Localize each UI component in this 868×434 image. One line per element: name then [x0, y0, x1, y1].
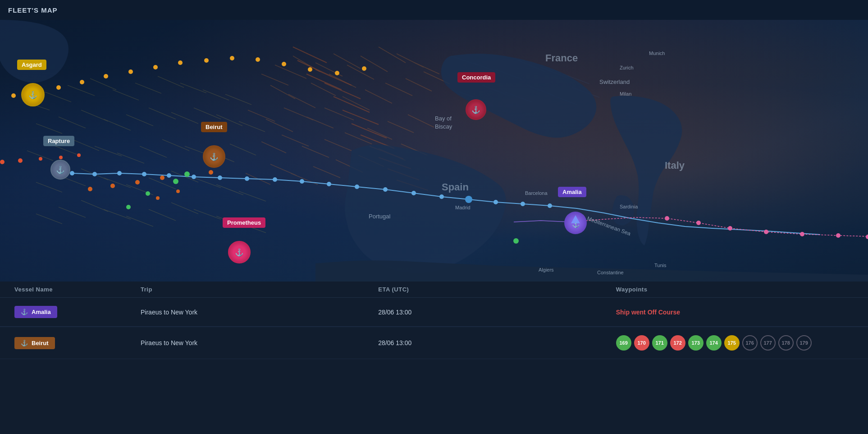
svg-point-131 [18, 158, 23, 163]
svg-point-159 [493, 200, 498, 204]
ship-marker-concordia[interactable]: ⚓ [466, 99, 486, 120]
svg-point-144 [92, 172, 97, 176]
svg-point-142 [156, 196, 160, 200]
ship-icon-prometheus: ⚓ [235, 248, 244, 257]
svg-point-124 [230, 56, 234, 60]
svg-point-157 [439, 194, 444, 199]
svg-point-140 [209, 170, 213, 175]
svg-point-153 [327, 182, 331, 186]
svg-point-147 [167, 173, 171, 178]
col-eta: ETA (UTC) [378, 286, 616, 293]
waypoint-dot[interactable]: 176 [742, 335, 758, 351]
col-waypoints: Waypoints [616, 286, 854, 293]
waypoint-dot[interactable]: 171 [652, 335, 667, 351]
svg-point-115 [11, 93, 16, 98]
waypoint-dot[interactable]: 177 [760, 335, 776, 351]
svg-point-128 [335, 71, 339, 75]
ship-icon-concordia: ⚓ [471, 106, 480, 114]
svg-point-167 [836, 233, 841, 238]
svg-point-172 [513, 238, 519, 244]
ship-label-rapture[interactable]: Rapture [43, 136, 74, 146]
svg-point-160 [521, 202, 525, 206]
vessel-cell-amalia: ⚓ Amalia [14, 306, 141, 318]
waypoint-dot[interactable]: 172 [670, 335, 685, 351]
svg-point-158 [465, 196, 472, 203]
ship-marker-prometheus[interactable]: ⚓ [228, 241, 251, 263]
svg-point-171 [126, 205, 131, 209]
waypoint-dot[interactable]: 169 [616, 335, 631, 351]
ship-icon-rapture: ⚓ [56, 166, 65, 174]
svg-point-119 [104, 74, 108, 78]
svg-point-151 [273, 177, 277, 182]
svg-point-141 [176, 189, 180, 193]
svg-point-164 [728, 226, 732, 231]
fleet-map[interactable]: France Switzerland Italy Spain Portugal … [0, 20, 868, 282]
table-row-amalia[interactable]: ⚓ Amalia Piraeus to New York 28/06 13:00… [0, 298, 868, 327]
svg-point-149 [218, 175, 222, 180]
ship-marker-amalia[interactable]: ⚓ [564, 212, 587, 234]
svg-point-165 [764, 230, 768, 234]
svg-point-137 [135, 180, 140, 185]
svg-point-121 [153, 65, 158, 69]
svg-point-169 [173, 179, 178, 184]
svg-point-136 [110, 184, 115, 188]
eta-cell-beirut: 28/06 13:00 [378, 339, 616, 346]
waypoints-cell-beirut: 169170171172173174175176177178179 [616, 335, 854, 351]
svg-point-132 [39, 157, 42, 161]
ship-icon-beirut: ⚓ [210, 152, 219, 161]
ship-label-amalia[interactable]: Amalia [558, 187, 586, 197]
col-trip: Trip [141, 286, 378, 293]
trip-cell-beirut: Piraeus to New York [141, 339, 378, 346]
svg-point-166 [800, 232, 804, 236]
svg-point-152 [300, 179, 304, 184]
svg-point-127 [308, 67, 312, 72]
page-title: FLEET'S MAP [8, 6, 58, 14]
svg-point-130 [0, 160, 5, 164]
svg-point-168 [866, 235, 868, 239]
ship-marker-rapture[interactable]: ⚓ [50, 160, 70, 180]
ship-label-concordia[interactable]: Concordia [457, 72, 495, 83]
table-row-beirut[interactable]: ⚓ Beirut Piraeus to New York 28/06 13:00… [0, 327, 868, 359]
svg-point-173 [184, 171, 190, 177]
svg-point-123 [204, 58, 209, 63]
waypoint-dot[interactable]: 175 [724, 335, 740, 351]
ship-label-asgard[interactable]: Asgard [17, 60, 46, 70]
waypoint-dot[interactable]: 173 [688, 335, 704, 351]
fleet-table: Vessel Name Trip ETA (UTC) Waypoints ⚓ A… [0, 282, 868, 434]
waypoint-dot[interactable]: 170 [634, 335, 649, 351]
svg-point-126 [282, 62, 286, 66]
ship-label-prometheus[interactable]: Prometheus [223, 217, 265, 228]
svg-point-170 [146, 191, 150, 196]
ship-label-beirut[interactable]: Beirut [201, 122, 227, 132]
eta-cell-amalia: 28/06 13:00 [378, 309, 616, 316]
svg-point-134 [77, 153, 81, 157]
svg-point-122 [178, 60, 183, 65]
svg-point-135 [88, 187, 92, 191]
table-header: Vessel Name Trip ETA (UTC) Waypoints [0, 282, 868, 298]
col-vessel-name: Vessel Name [14, 286, 141, 293]
waypoint-dot[interactable]: 179 [796, 335, 812, 351]
svg-point-129 [362, 66, 366, 71]
svg-point-117 [56, 85, 61, 90]
route-overlay [0, 20, 868, 282]
ship-icon-asgard: ⚓ [28, 91, 37, 99]
svg-point-138 [160, 175, 164, 180]
waypoints-cell-amalia: Ship went Off Course [616, 309, 854, 316]
vessel-cell-beirut: ⚓ Beirut [14, 337, 141, 349]
ship-marker-beirut[interactable]: ⚓ [203, 145, 225, 168]
svg-point-118 [80, 80, 84, 84]
vessel-icon-amalia: ⚓ [21, 309, 28, 315]
page-header: FLEET'S MAP [0, 0, 868, 20]
svg-point-163 [696, 221, 701, 225]
svg-point-154 [355, 185, 359, 189]
svg-point-148 [192, 175, 196, 179]
svg-point-156 [411, 191, 416, 195]
vessel-icon-beirut: ⚓ [21, 340, 28, 346]
svg-point-120 [128, 69, 133, 74]
waypoint-dot[interactable]: 178 [778, 335, 794, 351]
waypoint-dot[interactable]: 174 [706, 335, 722, 351]
ship-marker-asgard[interactable]: ⚓ [21, 83, 45, 106]
svg-point-146 [142, 172, 146, 176]
svg-point-162 [665, 216, 669, 221]
svg-point-155 [383, 187, 388, 192]
